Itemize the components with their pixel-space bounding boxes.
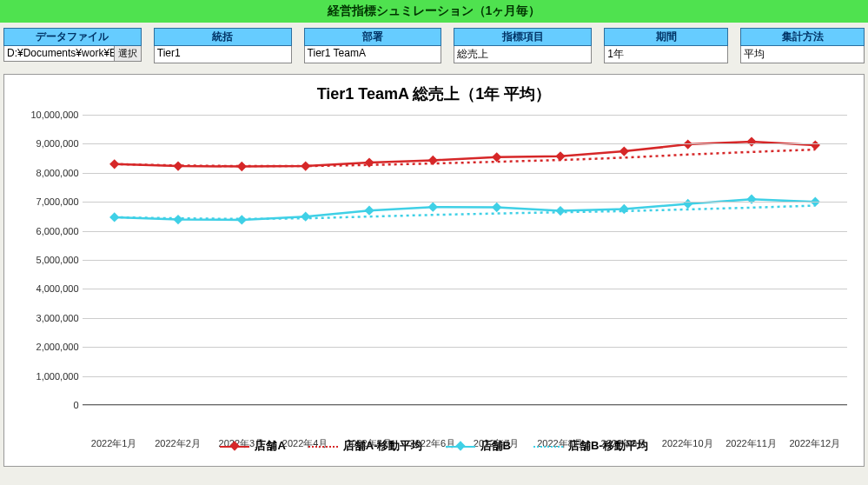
x-tick-label: 2022年12月 [789, 437, 840, 450]
y-tick-label: 4,000,000 [13, 283, 79, 294]
y-tick-label: 7,000,000 [13, 196, 79, 207]
filter-agg-value[interactable]: 平均 [740, 46, 865, 63]
grid-line [83, 376, 847, 377]
grid-line [83, 405, 847, 406]
filter-dept-label: 部署 [304, 28, 442, 46]
filter-summary-label: 統括 [154, 28, 292, 46]
filter-datafile-label: データファイル [3, 28, 142, 46]
grid-line [83, 115, 847, 116]
series-marker [109, 159, 119, 169]
grid-line [83, 202, 847, 203]
filter-period: 期間 1年 [604, 28, 728, 63]
series-marker [555, 206, 565, 216]
x-tick-label: 2022年1月 [91, 437, 137, 450]
grid-line [83, 173, 847, 174]
filter-agg-label: 集計方法 [740, 28, 865, 46]
grid-line [83, 231, 847, 232]
filter-agg: 集計方法 平均 [740, 28, 865, 63]
x-tick-label: 2022年2月 [155, 437, 201, 450]
chart-panel: Tier1 TeamA 総売上（1年 平均） 01,000,0002,000,0… [3, 74, 865, 467]
series-marker [810, 140, 819, 149]
filter-bar: データファイル D:¥Documents¥work¥E 選択 統括 Tier1 … [0, 23, 868, 70]
page-title: 経営指標シュミレーション（1ヶ月毎） [0, 0, 868, 23]
y-tick-label: 2,000,000 [13, 342, 79, 352]
filter-summary: 統括 Tier1 [154, 28, 292, 63]
series-marker [492, 203, 501, 212]
filter-dept-value[interactable]: Tier1 TeamA [304, 46, 442, 63]
series-marker [683, 199, 692, 209]
x-tick-label: 2022年9月 [601, 437, 647, 450]
series-marker [109, 212, 119, 222]
y-tick-label: 8,000,000 [13, 168, 79, 178]
legend-swatch-solid-red [220, 440, 249, 452]
x-tick-label: 2022年7月 [474, 437, 520, 450]
filter-datafile-value[interactable]: D:¥Documents¥work¥E [3, 46, 115, 62]
y-tick-label: 3,000,000 [13, 313, 79, 323]
series-line [114, 142, 815, 166]
filter-metric: 指標項目 総売上 [454, 28, 592, 63]
filter-period-value[interactable]: 1年 [604, 46, 728, 63]
series-marker [619, 146, 628, 156]
legend-swatch-dotted-red [308, 440, 338, 452]
chart-plot: 01,000,0002,000,0003,000,0004,000,0005,0… [13, 110, 856, 431]
filter-metric-label: 指標項目 [454, 28, 592, 46]
series-marker [364, 206, 374, 216]
series-marker [492, 152, 501, 162]
y-tick-label: 5,000,000 [13, 255, 79, 265]
legend-swatch-solid-cyan [446, 440, 475, 452]
x-tick-label: 2022年11月 [726, 437, 777, 450]
series-marker [619, 204, 628, 214]
series-marker [746, 136, 756, 146]
grid-line [83, 347, 847, 348]
grid-line [83, 289, 847, 289]
x-tick-label: 2022年10月 [662, 437, 713, 450]
filter-dept: 部署 Tier1 TeamA [304, 28, 442, 63]
chart-title: Tier1 TeamA 総売上（1年 平均） [4, 75, 864, 110]
grid-line [83, 143, 847, 144]
y-tick-label: 6,000,000 [13, 226, 79, 236]
series-marker [173, 215, 182, 224]
filter-period-label: 期間 [604, 28, 728, 46]
series-marker [301, 161, 310, 170]
grid-line [83, 260, 847, 261]
y-tick-label: 0 [13, 400, 79, 410]
filter-metric-value[interactable]: 総売上 [454, 46, 592, 63]
series-marker [427, 203, 437, 212]
filter-datafile: データファイル D:¥Documents¥work¥E 選択 [3, 28, 142, 63]
y-tick-label: 1,000,000 [13, 371, 79, 382]
grid-line [83, 318, 847, 319]
x-tick-label: 2022年5月 [346, 437, 392, 450]
y-tick-label: 9,000,000 [13, 138, 79, 149]
series-marker [301, 212, 310, 222]
y-tick-label: 10,000,000 [13, 110, 79, 120]
plot-area [83, 115, 847, 405]
select-file-button[interactable]: 選択 [115, 46, 142, 62]
filter-summary-value[interactable]: Tier1 [154, 46, 292, 63]
legend-swatch-dotted-cyan [533, 440, 563, 452]
